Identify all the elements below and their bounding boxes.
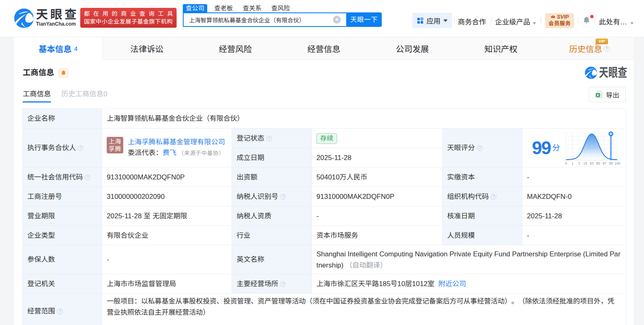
svg-text:100: 100 bbox=[614, 161, 620, 165]
svg-text:0: 0 bbox=[565, 161, 567, 165]
svg-text:97: 97 bbox=[603, 161, 607, 165]
svg-text:15: 15 bbox=[583, 161, 587, 165]
svg-text:99: 99 bbox=[609, 161, 613, 165]
svg-text:50: 50 bbox=[590, 161, 594, 165]
svg-text:85: 85 bbox=[596, 161, 600, 165]
svg-text:1: 1 bbox=[572, 161, 574, 165]
svg-text:3: 3 bbox=[578, 161, 580, 165]
